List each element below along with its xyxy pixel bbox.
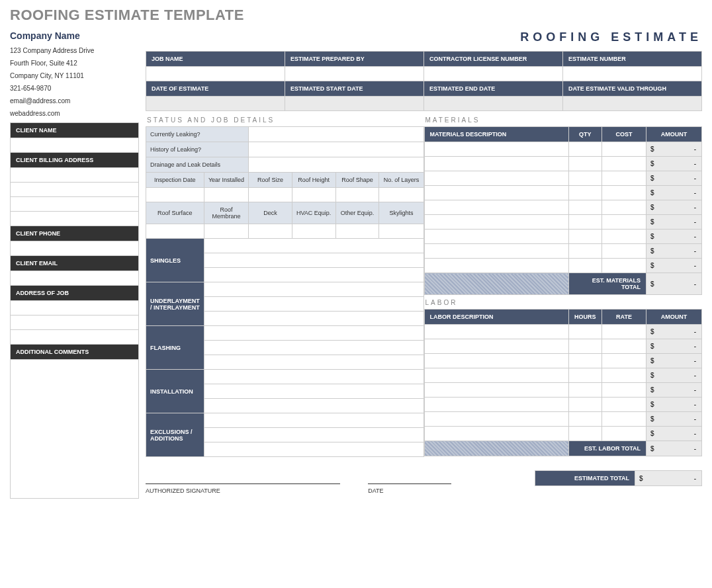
client-billing-3[interactable] [11,197,139,212]
sig-line[interactable] [146,472,340,484]
lr4-d[interactable] [424,368,568,383]
lr5-h[interactable] [568,383,601,398]
lr3-d[interactable] [424,354,568,368]
mr5-c[interactable] [601,200,646,215]
flashing-2[interactable] [204,341,423,355]
install-2[interactable] [204,384,423,399]
client-email-input[interactable] [11,271,139,286]
mr1-q[interactable] [568,142,601,157]
in-skylights[interactable] [379,224,423,239]
mr6-d[interactable] [424,215,568,230]
flashing-3[interactable] [204,355,423,370]
in-deck[interactable] [249,224,292,239]
mr6-c[interactable] [601,215,646,230]
lr4-r[interactable] [601,368,646,383]
excl-1[interactable] [204,413,423,428]
in-other[interactable] [335,224,379,239]
job-addr-3[interactable] [11,330,139,345]
mr4-d[interactable] [424,186,568,200]
underlay-2[interactable] [204,297,423,312]
lr8-h[interactable] [568,427,601,441]
in-history[interactable] [249,142,423,157]
in-drainage[interactable] [249,157,423,173]
mr5-q[interactable] [568,200,601,215]
mr8-c[interactable] [601,244,646,259]
mr4-c[interactable] [601,186,646,200]
mr6-q[interactable] [568,215,601,230]
in-dateest[interactable] [146,97,285,111]
mr2-q[interactable] [568,157,601,171]
mr9-d[interactable] [424,259,568,273]
mr3-q[interactable] [568,171,601,186]
mr3-d[interactable] [424,171,568,186]
lr6-d[interactable] [424,398,568,412]
lr6-h[interactable] [568,398,601,412]
client-billing-1[interactable] [11,168,139,183]
in-hvac[interactable] [292,224,335,239]
mr2-d[interactable] [424,157,568,171]
job-addr-1[interactable] [11,301,139,315]
in-membrane[interactable] [204,224,249,239]
comments-input[interactable] [11,360,139,499]
mr9-q[interactable] [568,259,601,273]
mr4-q[interactable] [568,186,601,200]
job-addr-2[interactable] [11,315,139,330]
in-end[interactable] [424,97,563,111]
lr2-d[interactable] [424,339,568,354]
lr1-d[interactable] [424,325,568,339]
lr8-d[interactable] [424,427,568,441]
in-roofheight[interactable] [292,188,335,202]
in-valid[interactable] [563,97,702,111]
client-name-input[interactable] [11,138,139,153]
lr3-r[interactable] [601,354,646,368]
shingles-2[interactable] [204,253,423,268]
lr6-r[interactable] [601,398,646,412]
lr7-r[interactable] [601,412,646,427]
in-estnum[interactable] [563,67,702,81]
date-line[interactable] [368,472,451,484]
in-roofsize[interactable] [249,188,292,202]
excl-3[interactable] [204,442,423,457]
in-surface[interactable] [146,224,204,239]
in-prepby[interactable] [285,67,424,81]
underlay-1[interactable] [204,282,423,297]
lr2-r[interactable] [601,339,646,354]
shingles-3[interactable] [204,268,423,282]
in-leaking[interactable] [249,127,423,142]
lr5-d[interactable] [424,383,568,398]
mr1-d[interactable] [424,142,568,157]
mr9-c[interactable] [601,259,646,273]
excl-2[interactable] [204,428,423,442]
lr4-h[interactable] [568,368,601,383]
install-1[interactable] [204,370,423,384]
in-layers[interactable] [379,188,423,202]
mr7-q[interactable] [568,230,601,244]
in-inspdate[interactable] [146,188,204,202]
lr1-h[interactable] [568,325,601,339]
mr8-d[interactable] [424,244,568,259]
lr8-r[interactable] [601,427,646,441]
mr7-c[interactable] [601,230,646,244]
in-start[interactable] [285,97,424,111]
install-3[interactable] [204,399,423,413]
mr2-c[interactable] [601,157,646,171]
in-roofshape[interactable] [335,188,379,202]
underlay-3[interactable] [204,312,423,326]
in-yearinst[interactable] [204,188,249,202]
client-phone-input[interactable] [11,241,139,256]
mr3-c[interactable] [601,171,646,186]
mr1-c[interactable] [601,142,646,157]
lr3-h[interactable] [568,354,601,368]
client-billing-4[interactable] [11,212,139,226]
lr7-h[interactable] [568,412,601,427]
in-license[interactable] [424,67,563,81]
shingles-1[interactable] [204,239,423,253]
lr7-d[interactable] [424,412,568,427]
lr5-r[interactable] [601,383,646,398]
lr1-r[interactable] [601,325,646,339]
mr7-d[interactable] [424,230,568,244]
lr2-h[interactable] [568,339,601,354]
in-jobname[interactable] [146,67,285,81]
flashing-1[interactable] [204,326,423,341]
mr8-q[interactable] [568,244,601,259]
